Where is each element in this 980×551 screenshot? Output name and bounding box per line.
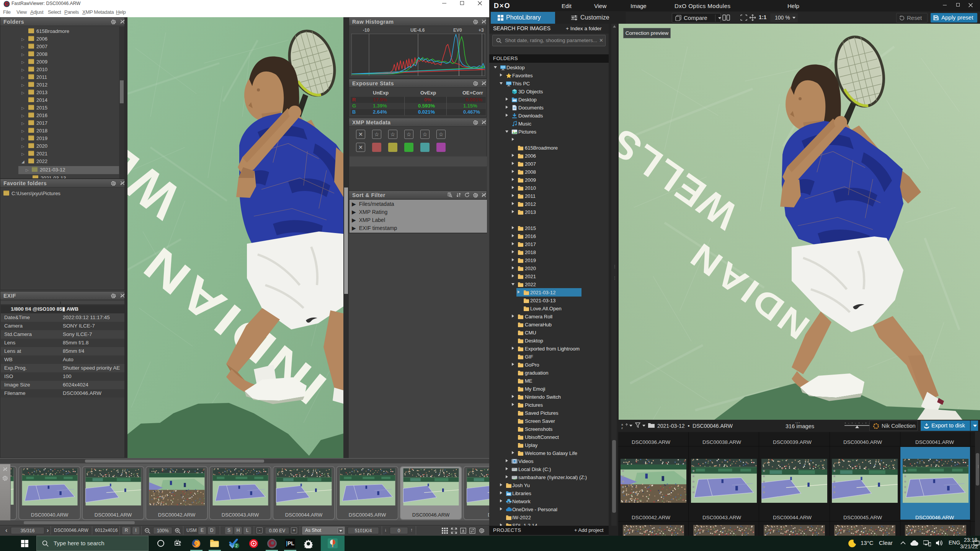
svg-text:2: 2 [235,544,238,548]
svg-text:z: z [621,426,623,429]
svg-text:a: a [621,423,623,426]
svg-text:D×O: D×O [494,2,511,10]
